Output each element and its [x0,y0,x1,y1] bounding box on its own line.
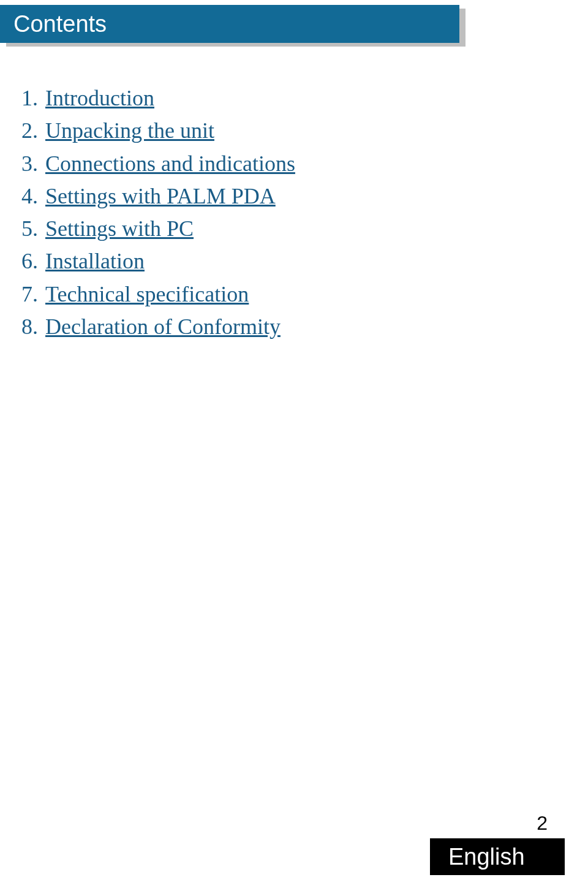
toc-number: 6. [13,245,45,278]
toc-link-conformity[interactable]: Declaration of Conformity [45,311,281,343]
toc-link-introduction[interactable]: Introduction [45,82,154,115]
header: Contents [0,5,588,43]
toc-item: 6. Installation [13,245,588,278]
toc-number: 8. [13,311,45,343]
language-badge: English [430,838,565,875]
toc-item: 3. Connections and indications [13,148,588,180]
toc-link-technical-spec[interactable]: Technical specification [45,278,249,311]
toc-number: 7. [13,278,45,311]
toc-link-palm-pda[interactable]: Settings with PALM PDA [45,180,276,213]
toc-item: 5. Settings with PC [13,213,588,245]
toc-link-unpacking[interactable]: Unpacking the unit [45,115,214,147]
toc-number: 2. [13,115,45,147]
toc-number: 1. [13,82,45,115]
toc-item: 8. Declaration of Conformity [13,311,588,343]
toc-number: 5. [13,213,45,245]
toc-number: 3. [13,148,45,180]
page-title: Contents [0,5,459,43]
toc-link-pc[interactable]: Settings with PC [45,213,194,245]
toc-link-installation[interactable]: Installation [45,245,145,278]
toc-item: 4. Settings with PALM PDA [13,180,588,213]
toc-link-connections[interactable]: Connections and indications [45,148,295,180]
toc-item: 1. Introduction [13,82,588,115]
page-number: 2 [537,812,548,835]
toc-item: 2. Unpacking the unit [13,115,588,147]
table-of-contents: 1. Introduction 2. Unpacking the unit 3.… [13,82,588,343]
toc-item: 7. Technical specification [13,278,588,311]
toc-number: 4. [13,180,45,213]
